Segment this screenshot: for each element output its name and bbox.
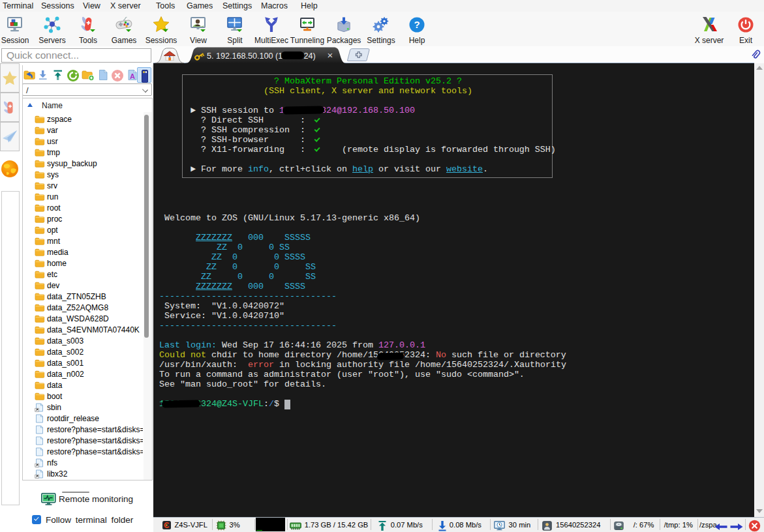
svg-text:?: ?: [414, 19, 420, 30]
svg-text:A: A: [130, 72, 135, 80]
